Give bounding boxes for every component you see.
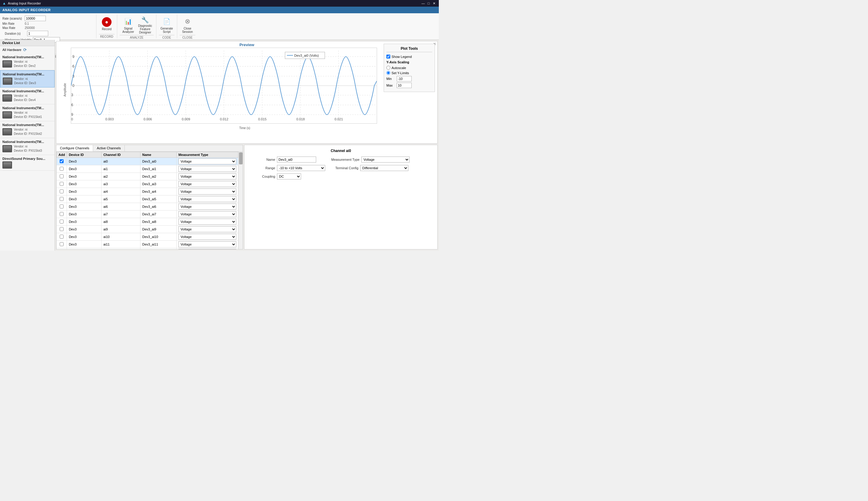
device-id-1: Device ID: Dev3 [14,81,36,85]
row-mtype-select-10[interactable]: Voltage Current [178,234,236,240]
row-mtype-select-7[interactable]: Voltage Current [178,211,236,217]
row-mtype-10: Voltage Current [177,233,238,241]
device-item-4[interactable]: National Instruments(TM... Vendor: ni De… [0,121,55,138]
row-checkbox-3[interactable] [60,182,64,186]
y-max-row: Max [386,83,432,88]
device-item-3[interactable]: National Instruments(TM... Vendor: ni De… [0,104,55,121]
row-mtype-select-2[interactable]: Voltage Current [178,173,236,180]
row-mtype-2: Voltage Current [177,173,238,180]
close-button[interactable]: ✕ [431,1,437,6]
col-channel-id: Channel ID [101,152,140,158]
svg-text:0.009: 0.009 [182,117,190,121]
table-row: Dev3 ai11 Dev3_ai11 Voltage Current [57,241,238,248]
rate-input[interactable] [25,16,46,21]
title-bar-controls: — □ ✕ [421,1,437,6]
minimize-button[interactable]: — [421,1,426,6]
device-item-1[interactable]: National Instruments(TM... Vendor: ni De… [0,70,55,87]
row-mtype-select-6[interactable]: Voltage Current [178,204,236,210]
y-min-input[interactable] [397,76,412,82]
close-session-label: CloseSession [182,27,193,33]
svg-text:0.015: 0.015 [258,117,267,121]
tab-active-channels[interactable]: Active Channels [93,145,125,151]
device-vendor-1: Vendor: ni [14,77,36,81]
table-scrollbar[interactable] [238,152,243,249]
row-channel-id-10: ai10 [101,233,140,241]
generate-script-button[interactable]: 📄 GenerateScript [159,15,175,35]
device-icon-inner-6 [3,162,11,168]
config-terminal-select[interactable]: Differential RSE NRSE [360,165,408,171]
row-mtype-select-9[interactable]: Voltage Current [178,226,236,232]
row-checkbox-2[interactable] [60,174,64,178]
row-mtype-11: Voltage Current [177,241,238,248]
row-checkbox-5[interactable] [60,197,64,201]
row-checkbox-1[interactable] [60,167,64,171]
device-vendor-4: Vendor: ni [14,128,42,132]
tab-configure-channels[interactable]: Configure Channels [56,145,93,151]
device-item-0[interactable]: National Instruments(TM... Vendor: ni De… [0,53,55,70]
y-max-input[interactable] [397,83,412,88]
diagnostic-button[interactable]: 🔧 DiagnosticFeature Designer [138,15,153,35]
all-hardware-item[interactable]: All Hardware ⟳ [0,46,55,53]
show-legend-checkbox[interactable] [386,55,390,58]
row-checkbox-11[interactable] [60,242,64,246]
config-mtype-select[interactable]: Voltage Current Resistance [361,157,409,162]
min-rate-label: Min Rate [2,22,23,25]
diagnostic-label: DiagnosticFeature Designer [138,24,153,34]
set-ylimits-radio[interactable] [386,71,390,75]
row-checkbox-9[interactable] [60,227,64,231]
table-row: Dev3 ai8 Dev3_ai8 Voltage Current [57,218,238,226]
col-add: Add [57,152,67,158]
row-name-11: Dev3_ai11 [140,241,176,248]
row-mtype-select-4[interactable]: Voltage Current [178,189,236,194]
row-checkbox-8[interactable] [60,220,64,224]
y-min-row: Min [386,76,432,82]
device-icon-2 [2,94,12,102]
row-checkbox-6[interactable] [60,204,64,209]
row-name-1: Dev3_ai1 [140,165,176,173]
config-coupling-select[interactable]: DC AC Ground [277,173,301,180]
col-device-id: Device ID [67,152,101,158]
maximize-button[interactable]: □ [426,1,431,6]
row-checkbox-4[interactable] [60,189,64,193]
all-hardware-label: All Hardware [2,48,21,52]
config-range-select[interactable]: -10 to +10 Volts -5 to +5 Volts -1 to +1… [277,165,325,171]
record-button[interactable]: ● Record [99,14,114,34]
svg-text:0.003: 0.003 [106,117,114,121]
table-row: Dev3 ai10 Dev3_ai10 Voltage Current [57,233,238,241]
row-mtype-select-5[interactable]: Voltage Current [178,196,236,202]
device-icon-4 [2,128,12,136]
app-header-title: ANALOG INPUT RECORDER [2,8,51,12]
row-checkbox-10[interactable] [60,235,64,238]
row-mtype-select-8[interactable]: Voltage Current [178,219,236,225]
device-item-2[interactable]: National Instruments(TM... Vendor: ni De… [0,87,55,104]
row-checkbox-7[interactable] [60,212,64,216]
row-mtype-select-3[interactable]: Voltage Current [178,181,236,187]
duration-field: Duration (s) [5,31,60,36]
row-mtype-6: Voltage Current [177,203,238,211]
rate-label: Rate (scans/s) [2,17,23,20]
channel-table-wrapper[interactable]: Add Device ID Channel ID Name Measuremen… [56,152,238,249]
title-bar-text: Analog Input Recorder [8,1,41,5]
device-item-6[interactable]: DirectSound Primary Sou... [0,155,55,171]
row-add-0 [57,158,67,165]
channel-config-columns: Name Range -10 to +10 Volts -5 to +5 Vol… [248,157,434,182]
device-icon-inner-0 [3,61,11,67]
row-name-9: Dev3_ai9 [140,226,176,233]
duration-input[interactable] [27,31,48,36]
row-mtype-select-0[interactable]: Voltage Current [178,158,236,164]
config-name-input[interactable] [277,157,316,162]
autoscale-radio[interactable] [386,66,390,70]
config-range-label: Range [248,166,275,170]
row-mtype-select-1[interactable]: Voltage Current [178,166,236,172]
row-mtype-select-12[interactable]: Voltage Current [178,249,236,249]
close-session-button[interactable]: ⊗ CloseSession [180,15,195,35]
col-measurement-type: Measurement Type [177,152,238,158]
refresh-icon[interactable]: ⟳ [23,47,27,52]
row-mtype-select-11[interactable]: Voltage Current [178,241,236,247]
close-section-label: CLOSE [180,35,195,40]
config-name-label: Name [248,158,275,161]
device-item-5[interactable]: National Instruments(TM... Vendor: ni De… [0,138,55,155]
row-checkbox-0[interactable] [60,159,64,163]
row-channel-id-4: ai4 [101,188,140,195]
signal-analyzer-button[interactable]: 📊 SignalAnalyzer [121,15,136,35]
